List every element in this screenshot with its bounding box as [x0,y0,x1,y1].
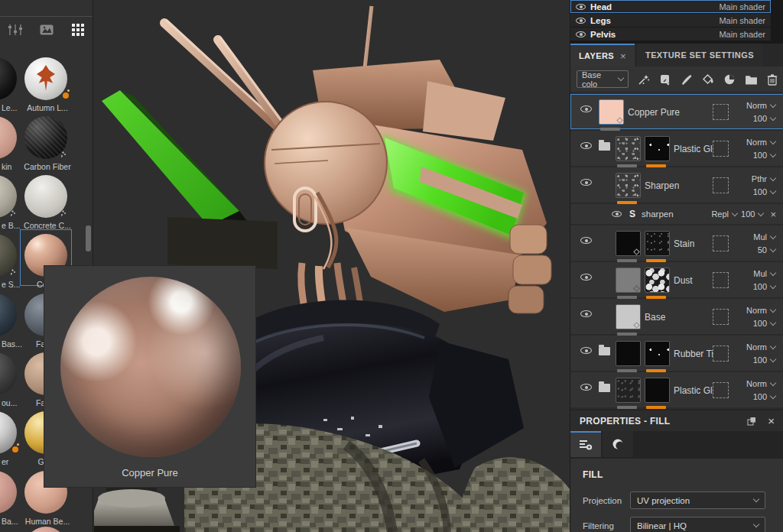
shelf-environment-icon[interactable] [39,23,54,37]
layer-row-rubber-tire-group[interactable]: Rubber Tire Norm 100 [570,336,783,371]
layer-row-copper-pure[interactable]: Copper Pure Norm 100 [570,94,783,129]
blend-mode-dropdown[interactable]: Norm [746,379,775,388]
visibility-eye-icon[interactable] [580,347,592,354]
delete-trash-icon[interactable] [767,73,778,86]
opacity-dropdown[interactable]: 100 [753,355,775,365]
paint-brush-icon[interactable] [681,73,693,86]
shelf-scrollbar[interactable] [86,225,91,251]
layer-row-base[interactable]: Base Norm 100 [570,299,783,334]
material-thumb-skin[interactable] [0,116,17,159]
tab-material-preview[interactable] [603,431,633,457]
projection-label: Projection [583,496,630,505]
material-thumb-basic[interactable] [0,471,17,514]
remove-effect-icon[interactable]: × [770,209,776,220]
material-thumb-sand[interactable] [0,234,17,277]
close-icon[interactable]: × [768,414,775,427]
mask-placeholder-box[interactable] [713,272,729,288]
material-thumb-concrete[interactable] [24,175,67,218]
add-folder-icon[interactable] [745,73,758,86]
mask-placeholder-box[interactable] [713,235,729,251]
material-thumb-leaves[interactable] [0,57,17,100]
material-label: Le... [2,103,17,112]
layer-row-sharpen[interactable]: Sharpen Pthr 100 [570,167,783,203]
smart-material-icon[interactable] [659,73,671,86]
group-folder-icon[interactable] [599,347,610,355]
mask-placeholder-box[interactable] [713,382,729,398]
mask-placeholder-box[interactable] [713,345,729,362]
visibility-eye-icon[interactable] [580,310,592,317]
effect-blend-dropdown[interactable]: Repl [711,209,729,219]
layer-mask-thumbnail[interactable] [645,341,670,366]
layer-row-stain[interactable]: Stain Mul 50 [570,225,783,261]
visibility-eye-icon[interactable] [580,237,592,244]
layer-mask-thumbnail[interactable] [645,136,670,161]
mask-placeholder-box[interactable] [713,309,729,325]
mask-placeholder-box[interactable] [713,177,729,193]
texture-set-row-legs[interactable]: Legs Main shader [570,14,771,27]
opacity-dropdown[interactable]: 100 [753,282,775,291]
visibility-eye-icon[interactable] [580,384,592,391]
visibility-eye-icon[interactable] [580,105,592,112]
layer-row-dust[interactable]: Dust Mul 100 [570,262,783,297]
material-preview-popup: Copper Pure [44,265,256,488]
blend-mode-dropdown[interactable]: Mul [753,232,775,242]
blend-mode-dropdown[interactable]: Norm [746,101,775,110]
layer-content-thumbnail[interactable] [616,378,641,403]
visibility-eye-icon[interactable] [580,142,592,149]
texture-set-row-head[interactable]: Head Main shader [570,0,771,13]
detach-window-icon[interactable] [747,417,756,426]
layer-content-thumbnail[interactable] [616,136,641,161]
projection-dropdown[interactable]: UV projection [630,491,765,509]
blend-mode-dropdown[interactable]: Norm [746,138,775,147]
visibility-eye-icon[interactable] [580,179,592,186]
layer-row-plastic-glossy-group[interactable]: Plastic Glossy... Norm 100 [570,131,783,166]
mask-placeholder-box[interactable] [713,104,729,120]
material-sphere-icon[interactable] [723,73,736,86]
shelf-grid-view-icon[interactable] [70,23,86,37]
opacity-dropdown[interactable]: 100 [753,114,775,123]
opacity-dropdown[interactable]: 100 [753,187,775,196]
opacity-dropdown[interactable]: 50 [758,245,775,255]
blend-mode-dropdown[interactable]: Norm [746,342,775,352]
channel-filter-dropdown[interactable]: Base colo [577,70,629,88]
tab-texture-set-settings[interactable]: TEXTURE SET SETTINGS [637,44,762,66]
blend-mode-dropdown[interactable]: Norm [746,306,775,315]
material-thumb-silver[interactable] [0,411,17,454]
material-thumb-basalt[interactable] [0,294,17,336]
effect-opacity-dropdown[interactable]: 100 [741,209,755,219]
fill-bucket-icon[interactable] [702,73,714,86]
tab-fill-parameters[interactable] [570,431,601,457]
opacity-dropdown[interactable]: 100 [753,392,775,401]
material-thumb-rough[interactable] [0,352,17,395]
layer-mask-thumbnail[interactable] [645,378,670,403]
opacity-dropdown[interactable]: 100 [753,319,775,328]
visibility-eye-icon[interactable] [580,274,592,281]
blend-mode-dropdown[interactable]: Mul [753,269,775,278]
effect-row-sharpen[interactable]: S sharpen Repl 100 × [570,204,783,224]
tab-layers[interactable]: LAYERS × [570,44,635,66]
mask-placeholder-box[interactable] [713,141,729,157]
visibility-eye-icon[interactable] [576,31,586,37]
material-thumb-stone[interactable] [0,175,17,218]
layer-content-thumbnail[interactable] [616,173,641,198]
group-folder-icon[interactable] [599,142,610,151]
shelf-filters-icon[interactable] [8,23,23,37]
texture-set-row-pelvis[interactable]: Pelvis Main shader [570,28,771,41]
opacity-dropdown[interactable]: 100 [753,151,775,160]
group-folder-icon[interactable] [599,384,610,392]
layer-content-thumbnail[interactable] [616,341,641,366]
layer-mask-thumbnail[interactable] [645,268,670,293]
layer-mask-thumbnail[interactable] [645,231,670,256]
tab-close-icon[interactable]: × [620,50,626,62]
filtering-dropdown[interactable]: Bilinear | HQ [630,517,765,532]
visibility-eye-icon[interactable] [612,211,622,217]
layers-toolbar: Base colo [570,66,783,92]
blend-mode-dropdown[interactable]: Pthr [752,174,775,183]
material-label: Human Be... [21,517,73,526]
add-effect-wand-icon[interactable] [638,73,650,86]
material-thumb-autumn-leaf[interactable] [24,57,67,100]
visibility-eye-icon[interactable] [576,4,586,10]
visibility-eye-icon[interactable] [576,18,586,24]
material-thumb-carbon-fiber[interactable] [24,116,67,159]
layer-row-plastic-glossy2-group[interactable]: Plastic Glossy Norm 100 [570,372,783,407]
